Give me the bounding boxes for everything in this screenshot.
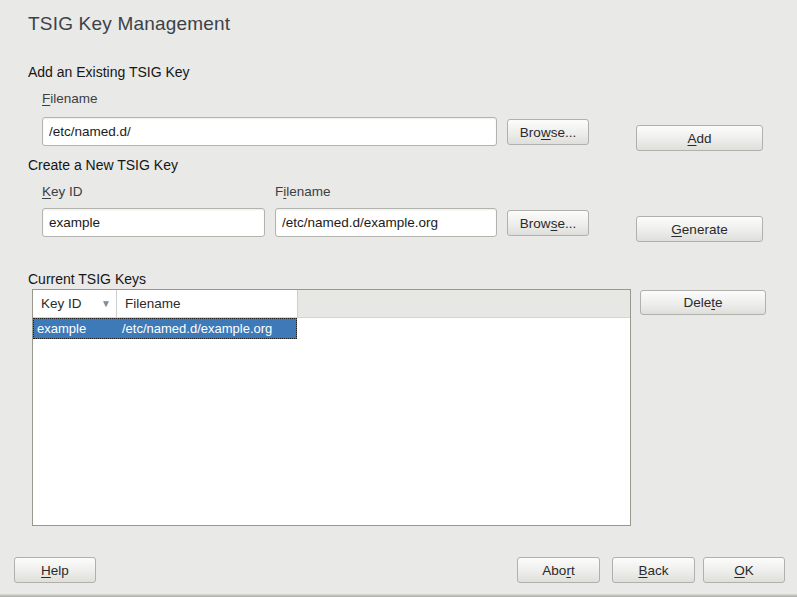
back-button[interactable]: Back [612, 557, 695, 583]
column-header-filename[interactable]: Filename [117, 290, 297, 317]
current-keys-heading: Current TSIG Keys [28, 271, 146, 287]
sort-descending-icon: ▼ [101, 298, 111, 309]
delete-button[interactable]: Delete [640, 290, 766, 315]
page-title: TSIG Key Management [28, 13, 230, 35]
add-button[interactable]: Add [636, 125, 763, 151]
key-id-input[interactable] [42, 208, 265, 237]
abort-button[interactable]: Abort [517, 557, 600, 583]
generate-button[interactable]: Generate [636, 216, 763, 242]
create-new-section-heading: Create a New TSIG Key [28, 157, 178, 173]
new-filename-input[interactable] [275, 208, 497, 237]
add-existing-section-heading: Add an Existing TSIG Key [28, 64, 190, 80]
tsig-keys-table[interactable]: Key ID ▼ Filename example /etc/named.d/e… [32, 289, 631, 526]
tsig-key-management-dialog: TSIG Key Management Add an Existing TSIG… [0, 0, 797, 597]
existing-filename-input[interactable] [42, 117, 497, 146]
column-header-key-id[interactable]: Key ID ▼ [33, 290, 117, 317]
new-filename-label: Filename [275, 184, 331, 199]
help-button[interactable]: Help [14, 557, 96, 583]
table-row[interactable]: example /etc/named.d/example.org [33, 318, 297, 339]
browse-new-button[interactable]: Browse... [507, 210, 589, 236]
existing-filename-label: Filename [42, 91, 98, 106]
table-header-row: Key ID ▼ Filename [33, 290, 630, 318]
row-key-id-cell: example [34, 321, 118, 336]
browse-existing-button[interactable]: Browse... [507, 119, 589, 145]
row-filename-cell: /etc/named.d/example.org [118, 321, 296, 336]
ok-button[interactable]: OK [703, 557, 785, 583]
key-id-label: Key ID [42, 184, 83, 199]
column-header-filler [297, 290, 630, 317]
